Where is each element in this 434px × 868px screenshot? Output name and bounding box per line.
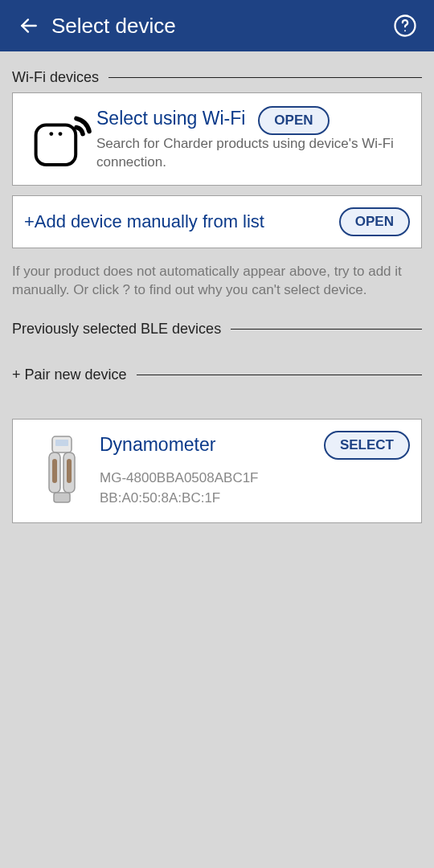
wifi-card-body: Select using Wi-Fi OPEN Search for Chard…	[96, 106, 410, 172]
svg-point-5	[59, 132, 63, 136]
back-button[interactable]	[13, 10, 45, 42]
divider	[108, 77, 422, 78]
svg-rect-11	[67, 459, 72, 483]
svg-point-2	[404, 30, 406, 31]
previously-section-header: Previously selected BLE devices	[12, 321, 422, 338]
scale-icon-wrap	[24, 107, 96, 171]
add-manual-open-button[interactable]: OPEN	[339, 207, 410, 236]
svg-point-4	[49, 132, 53, 136]
wifi-card-title: Select using Wi-Fi	[96, 108, 245, 129]
previously-section-title: Previously selected BLE devices	[12, 321, 221, 338]
pair-section-title: + Pair new device	[12, 366, 127, 383]
dynamometer-icon	[38, 435, 86, 507]
svg-rect-10	[52, 459, 57, 483]
device-id: MG-4800BBA0508ABC1F	[100, 468, 410, 489]
arrow-left-icon	[18, 15, 39, 36]
svg-rect-12	[54, 493, 70, 502]
device-body: Dynamometer SELECT MG-4800BBA0508ABC1F B…	[100, 431, 410, 509]
wifi-section-title: Wi-Fi devices	[12, 69, 99, 86]
device-card[interactable]: Dynamometer SELECT MG-4800BBA0508ABC1F B…	[12, 419, 422, 523]
svg-rect-3	[36, 125, 76, 165]
device-details: MG-4800BBA0508ABC1F BB:A0:50:8A:BC:1F	[100, 468, 410, 509]
wifi-open-button[interactable]: OPEN	[258, 106, 329, 135]
wifi-scan-card[interactable]: Select using Wi-Fi OPEN Search for Chard…	[12, 92, 422, 186]
device-icon-wrap	[24, 431, 100, 511]
helper-text: If your product does not automatically a…	[12, 263, 422, 300]
divider	[231, 329, 422, 330]
help-button[interactable]	[389, 10, 421, 42]
add-manual-title: +Add device manually from list	[24, 211, 264, 232]
content-area: Wi-Fi devices Select using Wi-Fi OPEN Se…	[0, 69, 434, 523]
app-header: Select device	[0, 0, 434, 51]
svg-rect-7	[55, 440, 68, 446]
device-mac: BB:A0:50:8A:BC:1F	[100, 488, 410, 509]
divider	[137, 375, 422, 375]
page-title: Select device	[51, 14, 389, 39]
wifi-section-header: Wi-Fi devices	[12, 69, 422, 86]
device-title: Dynamometer	[100, 434, 215, 456]
wifi-card-desc: Search for Charder products using device…	[96, 135, 410, 172]
help-icon	[393, 14, 417, 38]
add-manual-card[interactable]: +Add device manually from list OPEN	[12, 195, 422, 248]
pair-section-header[interactable]: + Pair new device	[12, 366, 422, 383]
device-select-button[interactable]: SELECT	[324, 431, 410, 460]
scale-wifi-icon	[28, 107, 92, 171]
